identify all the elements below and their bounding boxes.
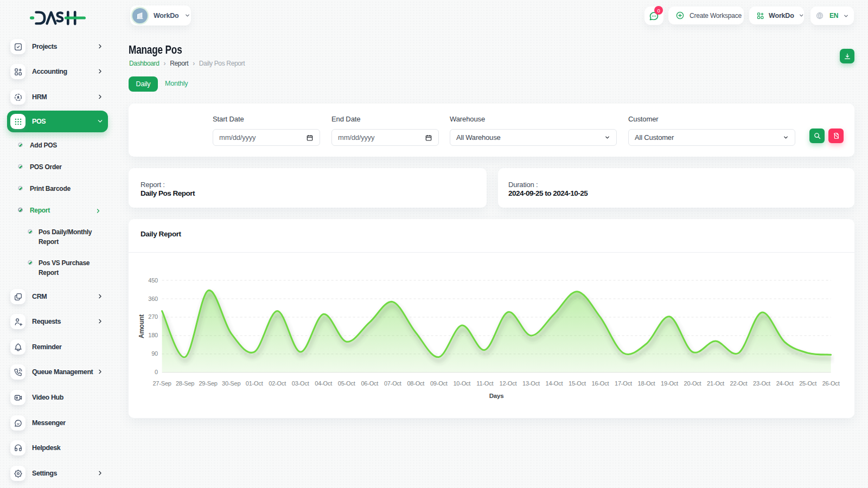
svg-text:90: 90 <box>151 350 158 357</box>
svg-text:12-Oct: 12-Oct <box>499 380 516 387</box>
svg-text:23-Oct: 23-Oct <box>753 380 770 387</box>
svg-text:360: 360 <box>148 296 158 302</box>
svg-text:10-Oct: 10-Oct <box>453 380 470 387</box>
svg-text:24-Oct: 24-Oct <box>776 380 794 387</box>
svg-text:26-Oct: 26-Oct <box>822 380 840 387</box>
svg-text:21-Oct: 21-Oct <box>707 380 724 387</box>
svg-text:270: 270 <box>148 313 158 320</box>
svg-text:Amount: Amount <box>138 314 145 338</box>
svg-text:25-Oct: 25-Oct <box>799 380 816 387</box>
svg-text:04-Oct: 04-Oct <box>315 380 332 387</box>
svg-text:19-Oct: 19-Oct <box>661 380 678 387</box>
svg-text:450: 450 <box>148 277 158 284</box>
svg-text:29-Sep: 29-Sep <box>199 380 217 387</box>
svg-text:13-Oct: 13-Oct <box>522 380 540 387</box>
svg-text:17-Oct: 17-Oct <box>615 380 632 387</box>
svg-text:08-Oct: 08-Oct <box>407 380 424 387</box>
svg-text:14-Oct: 14-Oct <box>545 380 563 387</box>
svg-text:27-Sep: 27-Sep <box>152 380 171 387</box>
svg-text:02-Oct: 02-Oct <box>269 380 286 387</box>
svg-text:22-Oct: 22-Oct <box>730 380 748 387</box>
svg-text:180: 180 <box>148 332 158 338</box>
svg-text:11-Oct: 11-Oct <box>476 380 493 387</box>
svg-text:09-Oct: 09-Oct <box>430 380 448 387</box>
svg-text:15-Oct: 15-Oct <box>569 380 586 387</box>
svg-text:28-Sep: 28-Sep <box>176 380 194 387</box>
svg-text:18-Oct: 18-Oct <box>638 380 655 387</box>
svg-text:03-Oct: 03-Oct <box>292 380 309 387</box>
svg-text:20-Oct: 20-Oct <box>684 380 701 387</box>
svg-text:16-Oct: 16-Oct <box>591 380 609 387</box>
svg-text:07-Oct: 07-Oct <box>384 380 401 387</box>
svg-text:05-Oct: 05-Oct <box>338 380 355 387</box>
svg-text:Days: Days <box>489 393 504 399</box>
svg-text:0: 0 <box>155 369 158 375</box>
svg-text:30-Sep: 30-Sep <box>222 380 240 387</box>
svg-text:06-Oct: 06-Oct <box>361 380 378 387</box>
svg-text:01-Oct: 01-Oct <box>246 380 263 387</box>
